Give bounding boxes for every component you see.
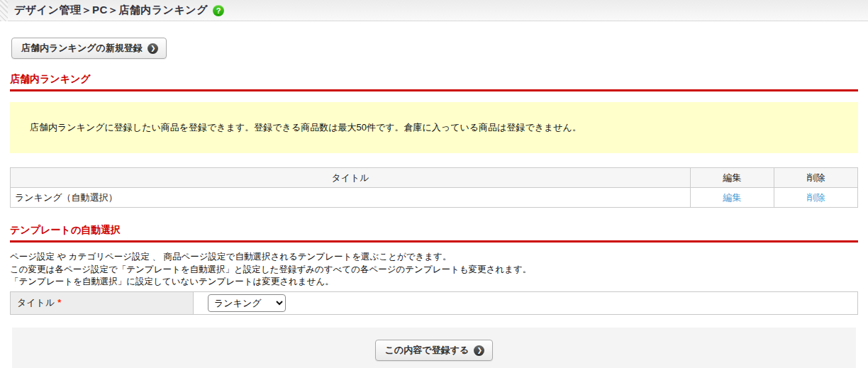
title-form: タイトル* ランキング — [10, 291, 858, 315]
section-title-ranking: 店舗内ランキング — [10, 73, 858, 91]
template-description: ページ設定 や カテゴリページ設定 、 商品ページ設定で自動選択されるテンプレー… — [10, 251, 858, 289]
delete-link[interactable]: 削除 — [807, 192, 825, 203]
arrow-circle-icon: ❯ — [474, 345, 484, 356]
submit-button[interactable]: この内容で登録する ❯ — [375, 340, 494, 361]
template-description-line: ページ設定 や カテゴリページ設定 、 商品ページ設定で自動選択されるテンプレー… — [10, 251, 858, 264]
submit-bar: この内容で登録する ❯ — [12, 328, 856, 368]
page-header: デザイン管理＞PC＞店舗内ランキング ? — [0, 0, 868, 21]
info-box: 店舗内ランキングに登録したい商品を登録できます。登録できる商品数は最大50件です… — [10, 102, 858, 153]
info-text: 店舗内ランキングに登録したい商品を登録できます。登録できる商品数は最大50件です… — [30, 121, 582, 134]
help-icon[interactable]: ? — [213, 5, 224, 16]
column-header-title: タイトル — [11, 168, 691, 188]
table-row: ランキング（自動選択） 編集 削除 — [11, 188, 858, 208]
row-title: ランキング（自動選択） — [11, 188, 691, 208]
template-description-line: 「テンプレートを自動選択」に設定していないテンプレートは変更されません。 — [10, 276, 858, 289]
arrow-circle-icon: ❯ — [148, 43, 158, 54]
column-header-delete: 削除 — [774, 168, 858, 188]
title-label-cell: タイトル* — [11, 291, 194, 314]
template-description-line: この変更は各ページ設定で「テンプレートを自動選択」と設定した登録ずみのすべての各… — [10, 264, 858, 277]
new-ranking-button[interactable]: 店舗内ランキングの新規登録 ❯ — [11, 38, 167, 59]
title-form-row: タイトル* ランキング — [11, 291, 858, 314]
column-header-edit: 編集 — [691, 168, 774, 188]
edit-link[interactable]: 編集 — [723, 192, 742, 203]
submit-button-label: この内容で登録する — [385, 344, 469, 357]
title-label: タイトル — [17, 297, 55, 308]
title-value-cell: ランキング — [194, 291, 858, 314]
table-header-row: タイトル 編集 削除 — [11, 168, 858, 188]
section-title-template: テンプレートの自動選択 — [10, 224, 858, 242]
title-select[interactable]: ランキング — [208, 294, 286, 312]
header-stripe-decoration — [0, 0, 8, 21]
required-asterisk: * — [57, 297, 61, 308]
new-ranking-button-label: 店舗内ランキングの新規登録 — [21, 42, 143, 55]
breadcrumb: デザイン管理＞PC＞店舗内ランキング — [14, 4, 208, 17]
ranking-table: タイトル 編集 削除 ランキング（自動選択） 編集 削除 — [10, 167, 858, 208]
